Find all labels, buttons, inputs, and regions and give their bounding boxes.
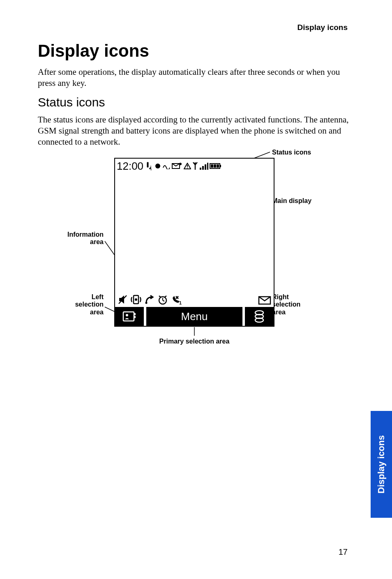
svg-rect-33 [134, 313, 136, 315]
missed-call-icon: 1 [170, 294, 182, 305]
svg-point-35 [126, 314, 128, 316]
svg-text:1: 1 [179, 300, 182, 305]
alarm-icon [162, 163, 171, 169]
svg-rect-32 [123, 312, 134, 321]
svg-point-9 [179, 163, 182, 165]
record-icon [154, 163, 161, 169]
mute-icon [118, 294, 128, 305]
svg-rect-15 [207, 163, 208, 170]
intro-paragraph: After some operations, the display autom… [38, 67, 350, 89]
svg-rect-19 [214, 164, 216, 168]
callout-right-selection-area: Right selection area [272, 293, 300, 316]
antenna-icon [192, 161, 198, 171]
callout-left-selection-area: Left selection area [38, 293, 104, 316]
svg-rect-20 [217, 164, 219, 168]
svg-rect-17 [220, 165, 221, 167]
vibrate-icon [130, 294, 142, 305]
warning-icon [184, 163, 191, 169]
svg-line-29 [165, 296, 166, 297]
divert-icon [144, 294, 155, 305]
alarm-clock-icon [157, 294, 168, 305]
callout-primary-selection-area: Primary selection area [114, 338, 274, 345]
phone-screen: 12:00 1 [114, 158, 274, 327]
web-icon [253, 309, 265, 323]
clock-text: 12:00 [117, 160, 143, 173]
status-icons-paragraph: The status icons are displayed according… [38, 114, 350, 148]
callout-status-icons: Status icons [272, 149, 311, 156]
svg-rect-14 [205, 164, 206, 170]
svg-line-27 [163, 300, 164, 301]
callout-information-area: Information area [38, 231, 104, 246]
page-number: 17 [339, 547, 348, 557]
svg-rect-12 [200, 168, 201, 170]
softkey-bar: Menu [115, 307, 274, 326]
side-tab: Display icons [371, 411, 392, 518]
phonebook-icon [122, 310, 137, 323]
information-icon-right [258, 295, 271, 305]
svg-rect-34 [134, 316, 136, 318]
svg-rect-13 [202, 166, 204, 170]
section-heading-status-icons: Status icons [38, 95, 105, 109]
battery-icon [210, 163, 222, 169]
svg-point-23 [135, 298, 137, 301]
message-unread-icon [172, 162, 182, 170]
information-icon-row: 1 [118, 294, 182, 305]
svg-point-11 [187, 168, 188, 168]
right-softkey[interactable] [245, 307, 274, 326]
line1-icon: 1 [146, 161, 153, 171]
svg-text:1: 1 [150, 167, 152, 171]
envelope-icon [258, 295, 271, 305]
center-softkey[interactable]: Menu [146, 307, 242, 326]
running-header: Display icons [297, 23, 348, 32]
svg-point-7 [155, 164, 160, 168]
status-bar: 12:00 1 [115, 159, 274, 173]
signal-icon [199, 162, 208, 170]
svg-line-28 [159, 296, 161, 297]
side-tab-label: Display icons [376, 435, 387, 494]
left-softkey[interactable] [115, 307, 144, 326]
svg-point-24 [145, 302, 148, 304]
svg-rect-18 [211, 164, 213, 168]
callout-main-display: Main display [272, 197, 311, 205]
display-diagram: Status icons Main display Right selectio… [38, 149, 350, 350]
status-icon-row: 1 [146, 161, 222, 171]
page-title: Display icons [38, 41, 149, 61]
